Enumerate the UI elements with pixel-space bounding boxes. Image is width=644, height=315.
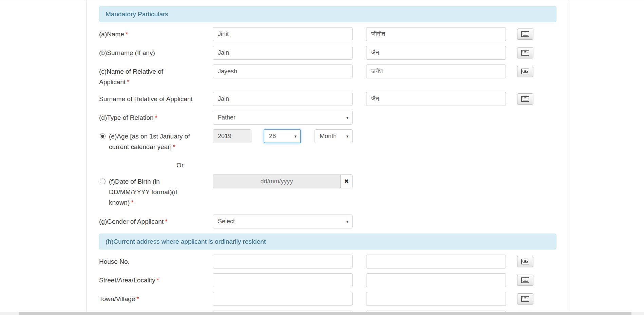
or-label: Or: [176, 162, 184, 169]
keyboard-icon: [521, 69, 529, 74]
gender-selected-value: Select: [218, 218, 235, 225]
required-asterisk: *: [135, 295, 139, 302]
required-asterisk: *: [124, 31, 128, 38]
required-asterisk: *: [130, 199, 133, 206]
dob-input-group: ✖: [213, 174, 353, 188]
chevron-down-icon: ▾: [294, 130, 297, 143]
form-row-relative-name: (c)Name of Relative of Applicant*: [99, 64, 556, 87]
surname-label: (b)Surname (If any): [99, 46, 213, 58]
keyboard-icon: [521, 50, 529, 56]
keyboard-icon: [521, 277, 529, 283]
form-row-name: (a)Name*: [99, 27, 556, 41]
keyboard-icon: [521, 96, 529, 102]
age-radio[interactable]: [100, 133, 106, 139]
form-row-relative-surname: Surname of Relative of Applicant: [99, 92, 556, 106]
relative-name-label: (c)Name of Relative of Applicant*: [99, 64, 213, 87]
surname-input-en[interactable]: [213, 46, 353, 60]
dob-clear-button[interactable]: ✖: [340, 174, 353, 188]
dob-radio[interactable]: [100, 179, 106, 184]
town-input-hi[interactable]: [366, 292, 506, 306]
gender-label: (g)Gender of Applicant*: [99, 215, 213, 227]
house-label: House No.: [99, 255, 213, 267]
dob-input: [213, 174, 340, 188]
gender-label-text: (g)Gender of Applicant: [99, 218, 164, 225]
age-label-text: (e)Age [as on 1st January of current cal…: [109, 133, 190, 150]
section-header-mandatory-label: Mandatory Particulars: [106, 11, 168, 18]
town-input-en[interactable]: [213, 292, 353, 306]
dob-label: (f)Date of Birth (in DD/MM/YYYY format)(…: [99, 174, 213, 208]
section-header-address: (h)Current address where applicant is or…: [99, 234, 556, 249]
house-input-hi[interactable]: [366, 255, 506, 268]
horizontal-scrollbar-thumb[interactable]: [19, 312, 631, 315]
surname-label-text: (b)Surname (If any): [99, 49, 155, 56]
keyboard-icon: [521, 31, 529, 37]
month-selected-value: Month: [320, 133, 337, 140]
form-row-gender: (g)Gender of Applicant* Select ▾: [99, 215, 556, 228]
relative-surname-input-hi[interactable]: [366, 92, 506, 106]
form-panel: Mandatory Particulars (a)Name* (b)Surnam…: [86, 0, 569, 315]
chevron-down-icon: ▾: [346, 130, 348, 143]
house-input-en[interactable]: [213, 255, 353, 268]
street-label-text: Street/Area/Locality: [99, 277, 155, 284]
or-separator: Or: [99, 162, 556, 169]
street-label: Street/Area/Locality*: [99, 273, 213, 285]
house-keyboard-button[interactable]: [517, 256, 533, 267]
relative-surname-label: Surname of Relative of Applicant: [99, 92, 213, 104]
relation-type-select[interactable]: Father ▾: [213, 111, 353, 125]
chevron-down-icon: ▾: [346, 111, 348, 124]
section-header-mandatory: Mandatory Particulars: [99, 6, 556, 22]
age-year-input: [213, 129, 251, 143]
surname-input-hi[interactable]: [366, 46, 506, 60]
relation-type-label-text: (d)Type of Relation: [99, 114, 154, 121]
keyboard-icon: [521, 296, 529, 302]
name-label-text: (a)Name: [99, 31, 124, 38]
relation-type-label: (d)Type of Relation*: [99, 111, 213, 123]
section-header-address-label: (h)Current address where applicant is or…: [106, 238, 266, 245]
required-asterisk: *: [154, 114, 157, 121]
street-keyboard-button[interactable]: [517, 275, 533, 286]
name-keyboard-button[interactable]: [517, 29, 533, 40]
form-row-town: Town/Village*: [99, 292, 556, 306]
street-input-en[interactable]: [213, 273, 353, 287]
town-label: Town/Village*: [99, 292, 213, 304]
required-asterisk: [130, 258, 131, 265]
form-row-dob: (f)Date of Birth (in DD/MM/YYYY format)(…: [99, 174, 556, 208]
relative-surname-input-en[interactable]: [213, 92, 353, 106]
form-row-house: House No.: [99, 255, 556, 268]
relative-name-label-text: (c)Name of Relative of Applicant: [99, 68, 163, 86]
form-row-relation-type: (d)Type of Relation* Father ▾: [99, 111, 556, 125]
required-asterisk: [155, 49, 156, 56]
page-top-border: [0, 0, 644, 0]
age-label: (e)Age [as on 1st January of current cal…: [99, 129, 213, 152]
close-icon: ✖: [344, 178, 349, 185]
relative-surname-keyboard-button[interactable]: [517, 93, 533, 105]
dob-label-text: (f)Date of Birth (in DD/MM/YYYY format)(…: [109, 178, 177, 206]
required-asterisk: *: [172, 143, 175, 150]
town-label-text: Town/Village: [99, 295, 135, 302]
street-input-hi[interactable]: [366, 273, 506, 287]
month-select[interactable]: Month ▾: [315, 129, 353, 143]
surname-keyboard-button[interactable]: [517, 47, 533, 58]
age-selected-value: 28: [269, 133, 276, 140]
name-input-en[interactable]: [213, 27, 353, 41]
age-select[interactable]: 28 ▾: [264, 129, 301, 143]
town-keyboard-button[interactable]: [517, 293, 533, 304]
house-label-text: House No.: [99, 258, 130, 265]
chevron-down-icon: ▾: [346, 215, 348, 228]
relative-surname-label-text: Surname of Relative of Applicant: [99, 95, 193, 103]
relative-name-input-hi[interactable]: [366, 64, 506, 78]
relation-type-selected-value: Father: [218, 114, 235, 121]
name-label: (a)Name*: [99, 27, 213, 39]
form-row-age: (e)Age [as on 1st January of current cal…: [99, 129, 556, 152]
keyboard-icon: [521, 259, 529, 264]
horizontal-scrollbar[interactable]: [0, 312, 644, 315]
required-asterisk: *: [126, 78, 129, 86]
form-row-surname: (b)Surname (If any): [99, 46, 556, 60]
relative-name-keyboard-button[interactable]: [517, 66, 533, 77]
required-asterisk: *: [155, 277, 159, 284]
name-input-hi[interactable]: [366, 27, 506, 41]
relative-name-input-en[interactable]: [213, 64, 353, 78]
form-row-street: Street/Area/Locality*: [99, 273, 556, 287]
required-asterisk: *: [164, 218, 167, 225]
gender-select[interactable]: Select ▾: [213, 215, 353, 228]
